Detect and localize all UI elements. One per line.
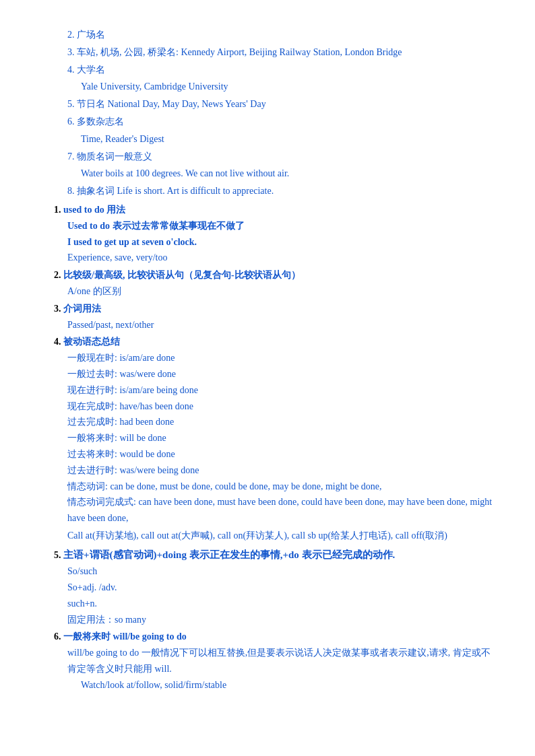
passive-label-7: 过去进行时: <box>67 465 119 475</box>
item-6: 6. 多数杂志名 <box>54 114 495 130</box>
passive-item-2: 现在进行时: is/am/are being done <box>67 382 495 399</box>
item-4: 4. 大学名 <box>54 62 495 78</box>
section-6-header: 6. 一般将来时 will/be going to do <box>54 629 495 645</box>
section-6-num: 6. <box>54 631 63 642</box>
call-note-text: Call at(拜访某地), call out at(大声喊), call on… <box>67 530 447 541</box>
passive-item-6: 过去将来时: would be done <box>67 446 495 462</box>
item-6-examples-text: Time, Reader's Digest <box>81 131 495 147</box>
item-2-text: 2. 广场名 <box>67 27 495 43</box>
passive-form-2: is/am/are being done <box>119 385 198 395</box>
passive-form-0: is/am/are done <box>119 353 175 363</box>
passive-label-8: 情态动词: <box>67 481 110 491</box>
item-4-text: 4. 大学名 <box>67 62 495 78</box>
section-1: 1. used to do 用法 Used to do 表示过去常常做某事现在不… <box>54 202 495 266</box>
passive-form-8: can be done, must be done, could be done… <box>110 481 381 491</box>
section-6-note-text: will/be going to do 一般情况下可以相互替换,但是要表示说话人… <box>67 648 491 674</box>
item-7-examples-text: Water boils at 100 degrees. We can not l… <box>81 166 495 182</box>
item-8-examples: Life is short. Art is difficult to appre… <box>117 186 274 196</box>
so-such-item-2: such+n. <box>67 596 495 612</box>
passive-item-9: 情态动词完成式: can have been done, must have b… <box>67 494 495 526</box>
page-content: 2. 广场名 3. 车站, 机场, 公园, 桥梁名: Kennedy Airpo… <box>54 27 495 693</box>
passive-label-6: 过去将来时: <box>67 449 119 459</box>
item-3-label: 3. 车站, 机场, 公园, 桥梁名: <box>67 47 181 57</box>
passive-item-3: 现在完成时: have/has been done <box>67 399 495 415</box>
item-4-examples-text: Yale University, Cambridge University <box>81 79 495 95</box>
section-2-note-text: A/one 的区别 <box>67 286 121 296</box>
section-2-num: 2. <box>54 270 63 280</box>
passive-label-4: 过去完成时: <box>67 417 119 427</box>
section-6-extra: Watch/look at/follow, solid/firm/stable <box>54 677 495 693</box>
item-2: 2. 广场名 <box>54 27 495 43</box>
section-6: 6. 一般将来时 will/be going to do will/be goi… <box>54 629 495 693</box>
passive-item-8: 情态动词: can be done, must be done, could b… <box>67 479 495 495</box>
section-4-label: 被动语态总结 <box>63 337 120 347</box>
passive-form-3: have/has been done <box>119 401 193 411</box>
so-such-item-0: So/such <box>67 563 495 580</box>
item-8: 8. 抽象名词 Life is short. Art is difficult … <box>54 183 495 199</box>
section-3-num: 3. <box>54 304 63 314</box>
section-3-note: Passed/past, next/other <box>54 317 495 333</box>
item-8-label: 8. 抽象名词 <box>67 186 117 196</box>
call-note: Call at(拜访某地), call out at(大声喊), call on… <box>54 528 495 544</box>
section-3-header: 3. 介词用法 <box>54 301 495 317</box>
passive-form-7: was/were being done <box>119 465 199 475</box>
section-6-extra-text: Watch/look at/follow, solid/firm/stable <box>81 680 226 690</box>
section-2-header: 2. 比较级/最高级, 比较状语从句（见复合句-比较状语从句） <box>54 267 495 283</box>
section-3-note-text: Passed/past, next/other <box>67 320 154 330</box>
passive-label-9: 情态动词完成式: <box>67 497 138 507</box>
item-6-examples: Time, Reader's Digest <box>54 131 495 147</box>
section-5-label: 主语+谓语(感官动词)+doing 表示正在发生的事情,+do 表示已经完成的动… <box>63 549 395 560</box>
section-6-label: 一般将来时 will/be going to do <box>63 631 187 642</box>
section-1-example-text: I used to get up at seven o'clock. <box>67 237 197 247</box>
item-5: 5. 节日名 National Day, May Day, News Years… <box>54 96 495 112</box>
item-4-examples: Yale University, Cambridge University <box>54 79 495 95</box>
item-3-examples: Kennedy Airport, Beijing Railway Station… <box>181 47 402 57</box>
passive-item-1: 一般过去时: was/were done <box>67 366 495 382</box>
section-1-num: 1. <box>54 205 63 215</box>
passive-list: 一般现在时: is/am/are done一般过去时: was/were don… <box>54 350 495 526</box>
section-4-num: 4. <box>54 337 63 347</box>
section-3-label: 介词用法 <box>63 304 101 314</box>
passive-form-5: will be done <box>119 433 166 443</box>
section-5: 5. 主语+谓语(感官动词)+doing 表示正在发生的事情,+do 表示已经完… <box>54 547 495 628</box>
section-1-note: Experience, save, very/too <box>54 250 495 266</box>
item-3: 3. 车站, 机场, 公园, 桥梁名: Kennedy Airport, Bei… <box>54 44 495 61</box>
passive-label-2: 现在进行时: <box>67 385 119 395</box>
section-3: 3. 介词用法 Passed/past, next/other <box>54 301 495 333</box>
section-1-example: I used to get up at seven o'clock. <box>54 234 495 250</box>
item-7-examples: Water boils at 100 degrees. We can not l… <box>54 166 495 182</box>
passive-form-6: would be done <box>119 449 175 459</box>
passive-form-4: had been done <box>119 417 174 427</box>
section-6-note: will/be going to do 一般情况下可以相互替换,但是要表示说话人… <box>54 645 495 677</box>
section-2-label: 比较级/最高级, 比较状语从句（见复合句-比较状语从句） <box>63 270 301 280</box>
passive-label-3: 现在完成时: <box>67 401 119 411</box>
passive-label-1: 一般过去时: <box>67 369 119 379</box>
passive-item-4: 过去完成时: had been done <box>67 414 495 430</box>
section-1-note-text: Experience, save, very/too <box>67 252 168 263</box>
item-5-examples: National Day, May Day, News Years' Day <box>108 99 266 109</box>
passive-item-0: 一般现在时: is/am/are done <box>67 350 495 366</box>
section-1-bold-text: Used to do 表示过去常常做某事现在不做了 <box>54 218 495 234</box>
passive-form-1: was/were done <box>119 369 176 379</box>
section-4: 4. 被动语态总结 一般现在时: is/am/are done一般过去时: wa… <box>54 334 495 543</box>
section-2: 2. 比较级/最高级, 比较状语从句（见复合句-比较状语从句） A/one 的区… <box>54 267 495 300</box>
section-4-header: 4. 被动语态总结 <box>54 334 495 350</box>
passive-label-5: 一般将来时: <box>67 433 119 443</box>
section-1-header: 1. used to do 用法 <box>54 202 495 218</box>
passive-item-5: 一般将来时: will be done <box>67 430 495 446</box>
item-7-text: 7. 物质名词一般意义 <box>67 149 495 165</box>
item-7: 7. 物质名词一般意义 <box>54 149 495 165</box>
passive-item-7: 过去进行时: was/were being done <box>67 462 495 479</box>
so-such-item-3: 固定用法：so many <box>67 612 495 628</box>
section-1-label: used to do 用法 <box>63 205 125 215</box>
so-such-list: So/suchSo+adj. /adv.such+n.固定用法：so many <box>54 563 495 627</box>
item-6-text: 6. 多数杂志名 <box>67 114 495 130</box>
section-5-num: 5. <box>54 550 63 560</box>
passive-label-0: 一般现在时: <box>67 353 119 363</box>
so-such-item-1: So+adj. /adv. <box>67 580 495 596</box>
item-5-label: 5. 节日名 <box>67 99 108 109</box>
section-1-bold: Used to do 表示过去常常做某事现在不做了 <box>67 221 245 231</box>
section-5-header: 5. 主语+谓语(感官动词)+doing 表示正在发生的事情,+do 表示已经完… <box>54 547 495 564</box>
section-2-note: A/one 的区别 <box>54 283 495 300</box>
